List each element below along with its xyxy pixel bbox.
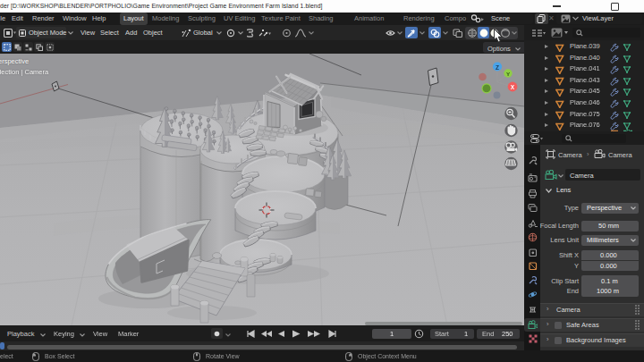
svg-text:Z: Z <box>496 64 499 71</box>
svg-text:X: X <box>511 84 515 90</box>
